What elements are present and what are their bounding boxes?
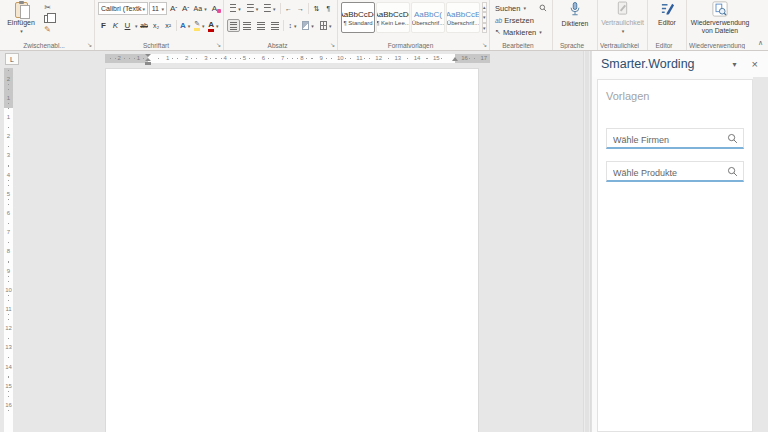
- dialog-launcher-icon[interactable]: ↘: [216, 42, 221, 49]
- style-card-2[interactable]: AaBbC(Überschrif...: [411, 2, 445, 33]
- justify-button[interactable]: [269, 19, 282, 32]
- dictate-label: Diktieren: [562, 20, 589, 28]
- clear-formatting-button[interactable]: A: [209, 2, 220, 15]
- pane-options-button[interactable]: ▾: [733, 60, 737, 69]
- highlight-button[interactable]: ✎▾: [193, 19, 206, 32]
- ruler-number: 9: [7, 266, 10, 276]
- pane-right-gutter: [753, 51, 768, 432]
- ribbon-group-editor: Editor Editor: [648, 0, 687, 50]
- pane-close-button[interactable]: ×: [752, 58, 758, 70]
- format-painter-button[interactable]: ✎: [42, 24, 53, 35]
- align-left-button[interactable]: [227, 19, 240, 32]
- bold-button[interactable]: F: [98, 19, 109, 32]
- ruler-number: 6: [7, 209, 10, 219]
- ruler-number: 11: [5, 304, 11, 314]
- styles-scroll-down-button[interactable]: ▾: [482, 12, 487, 22]
- pane-fields: [606, 128, 744, 182]
- shading-icon: [302, 21, 309, 30]
- copy-button[interactable]: [42, 13, 53, 24]
- font-name-combo[interactable]: Calibri (Textk ▾: [98, 2, 148, 15]
- superscript-button[interactable]: x²: [163, 19, 174, 32]
- text-effects-button[interactable]: A▾: [179, 19, 192, 32]
- font-size-combo[interactable]: 11 ▾: [149, 2, 167, 15]
- multilevel-list-button[interactable]: ▾: [262, 2, 278, 15]
- ruler-number: 1: [7, 93, 10, 103]
- dialog-launcher-icon[interactable]: ↘: [482, 42, 487, 49]
- change-case-button[interactable]: Aa▾: [192, 2, 208, 15]
- tab-stop-selector-button[interactable]: L: [5, 53, 19, 65]
- ruler-cell: 3: [196, 54, 215, 63]
- dialog-launcher-icon[interactable]: ↘: [87, 42, 92, 49]
- select-button[interactable]: ↖ Markieren ▾: [493, 26, 549, 38]
- strikethrough-button[interactable]: ab: [139, 19, 150, 32]
- chevron-down-icon: ▾: [188, 23, 191, 29]
- style-card-1[interactable]: AaBbCcDc¶ Kein Lee...: [376, 2, 410, 33]
- font-color-button[interactable]: A▾: [207, 19, 220, 32]
- italic-button[interactable]: K: [110, 19, 121, 32]
- style-sample: AaBbCcDc: [341, 9, 375, 20]
- ruler-number: 5: [7, 189, 10, 199]
- subscript-button[interactable]: x₂: [151, 19, 162, 32]
- borders-button[interactable]: ▾: [317, 19, 334, 32]
- bullet-list-button[interactable]: ▾: [227, 2, 243, 15]
- find-button[interactable]: Suchen ▾: [493, 2, 549, 14]
- find-label: Suchen: [495, 4, 520, 13]
- first-line-indent-icon: [145, 54, 151, 57]
- ruler-cell: 10: [331, 54, 350, 63]
- increase-indent-button[interactable]: →: [295, 2, 306, 15]
- pane-search-field-1: [606, 161, 744, 182]
- ruler-cell: 13: [388, 54, 407, 63]
- pane-search-input-1[interactable]: [607, 164, 743, 182]
- chevron-down-icon: ▾: [539, 29, 542, 35]
- group-label-editing: Bearbeiten: [492, 42, 544, 49]
- replace-button[interactable]: ab Ersetzen: [493, 14, 549, 26]
- ruler-cell: 13: [4, 338, 13, 357]
- align-center-button[interactable]: [241, 19, 254, 32]
- ruler-cell: 2: [4, 127, 13, 146]
- hruler-left-margin: 21: [105, 54, 148, 63]
- separator: [283, 20, 284, 31]
- styles-scroll-up-button[interactable]: ▴: [482, 2, 487, 12]
- indent-marker-left[interactable]: [145, 54, 151, 65]
- ribbon-group-editing: Suchen ▾ ab Ersetzen ↖ Markieren ▾ Bearb…: [490, 0, 553, 50]
- separator: [176, 20, 177, 31]
- document-page[interactable]: [105, 68, 479, 432]
- show-paragraph-marks-button[interactable]: ¶: [323, 2, 334, 15]
- styles-more-button[interactable]: ▾: [482, 23, 487, 33]
- chevron-down-icon[interactable]: ▾: [135, 23, 138, 29]
- ruler-number: 1: [135, 55, 141, 62]
- shading-button[interactable]: ▾: [299, 19, 316, 32]
- collapse-ribbon-button[interactable]: ∧: [758, 39, 763, 47]
- grow-font-button[interactable]: Aˆ: [168, 2, 179, 15]
- shrink-font-button[interactable]: Aˇ: [180, 2, 191, 15]
- ruler-cell: 3: [4, 146, 13, 165]
- underline-button[interactable]: U: [122, 19, 133, 32]
- align-right-button[interactable]: [255, 19, 268, 32]
- vertical-ruler[interactable]: 21 12345678910111213141516: [4, 68, 13, 432]
- document-scrollbar[interactable]: [583, 51, 591, 432]
- cut-button[interactable]: ✂: [42, 2, 53, 13]
- reuse-files-icon: [712, 1, 728, 18]
- ruler-cell: 9: [4, 262, 13, 281]
- horizontal-ruler[interactable]: 21 123456789101112131415 161718: [105, 54, 490, 63]
- numbered-list-button[interactable]: ▾: [244, 2, 260, 15]
- style-card-0[interactable]: AaBbCcDc¶ Standard: [341, 2, 375, 33]
- indent-marker-right[interactable]: [452, 57, 458, 61]
- pane-search-input-0[interactable]: [607, 131, 743, 149]
- ruler-number: 10: [5, 285, 12, 295]
- style-label: Überschrif...: [412, 20, 444, 26]
- editor-button[interactable]: Editor: [651, 1, 683, 39]
- sort-button[interactable]: ⇅: [311, 2, 322, 15]
- ruler-cell: 16: [4, 396, 13, 415]
- style-card-3[interactable]: AaBbCcEÜberschrif...: [446, 2, 480, 33]
- line-spacing-button[interactable]: ↕▾: [286, 19, 298, 32]
- pane-card: Vorlagen: [597, 79, 753, 432]
- dictate-button[interactable]: Diktieren: [556, 1, 594, 39]
- dialog-launcher-icon[interactable]: ↘: [330, 42, 335, 49]
- reuse-files-button[interactable]: Wiederverwendung von Dateien: [690, 1, 750, 39]
- ruler-cell: 1: [4, 108, 13, 127]
- scrollbar-thumb[interactable]: [585, 51, 589, 432]
- style-label: Überschrif...: [447, 20, 479, 26]
- decrease-indent-button[interactable]: ←: [283, 2, 294, 15]
- paste-button[interactable]: Einfügen ▾: [3, 1, 39, 35]
